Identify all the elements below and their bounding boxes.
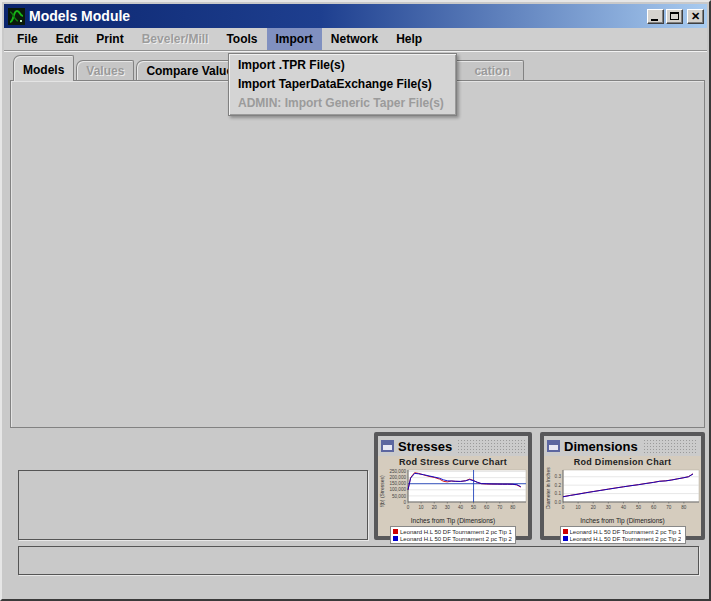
close-button[interactable]: ✕ [687, 9, 704, 24]
tab-content-panel [10, 80, 705, 428]
svg-text:50: 50 [636, 505, 642, 510]
svg-text:50: 50 [471, 505, 477, 510]
menu-beveler-mill[interactable]: Beveler/Mill [133, 28, 218, 50]
menu-print[interactable]: Print [87, 28, 132, 50]
stress-chart-title: Rod Stress Curve Chart [380, 457, 526, 467]
svg-text:40: 40 [621, 505, 627, 510]
maximize-icon [670, 12, 679, 20]
window-title: Models Module [29, 8, 645, 24]
menu-tools[interactable]: Tools [217, 28, 266, 50]
titlebar-texture [457, 439, 525, 453]
close-icon: ✕ [688, 10, 703, 23]
dimension-chart-title: Rod Dimension Chart [546, 457, 699, 467]
stress-x-axis-label: Inches from Tip (Dimensions) [380, 517, 526, 525]
svg-text:10: 10 [419, 505, 425, 510]
svg-text:20: 20 [591, 505, 597, 510]
svg-text:0.0: 0.0 [555, 500, 562, 505]
stresses-frame-title: Stresses [398, 439, 452, 454]
stress-y-axis-label: f(b) (Stresses) [379, 475, 385, 507]
dimensions-frame-titlebar[interactable]: Dimensions [544, 436, 701, 456]
status-panel-empty [18, 546, 699, 575]
dimension-x-axis-label: Inches from Tip (Dimensions) [546, 517, 699, 525]
svg-text:200,000: 200,000 [389, 475, 406, 480]
svg-text:0.2: 0.2 [555, 483, 562, 488]
dimension-chart-panel: Rod Dimension Chart Diameter in Inches 0… [544, 456, 701, 536]
svg-text:0: 0 [562, 505, 565, 510]
svg-text:0: 0 [403, 500, 406, 505]
stress-chart-legend: Leonard H.L 50 DF Tournament 2 pc Tip 1L… [390, 526, 516, 544]
svg-text:0.3: 0.3 [555, 474, 562, 479]
tab-models[interactable]: Models [13, 55, 74, 81]
menu-bar: FileEditPrintBeveler/MillToolsImportNetw… [4, 28, 707, 51]
legend-entry: Leonard H.L 50 DF Tournament 2 pc Tip 1 [393, 528, 513, 535]
import-dropdown-menu: Import .TPR File(s)Import TaperDataExcha… [228, 53, 457, 116]
svg-text:60: 60 [651, 505, 657, 510]
legend-label: Leonard H.L 50 DF Tournament 2 pc Tip 2 [570, 536, 682, 542]
svg-text:80: 80 [681, 505, 687, 510]
svg-text:250,000: 250,000 [389, 469, 406, 474]
menu-file[interactable]: File [8, 28, 47, 50]
minimize-icon [651, 19, 658, 21]
stress-chart: 050,000100,000150,000200,000250,00001020… [380, 467, 530, 513]
models-module-window: Models Module ✕ FileEditPrintBeveler/Mil… [0, 0, 711, 601]
tab-values[interactable]: Values [76, 60, 134, 81]
menu-item-admin-import-generic-taper-file-s[interactable]: ADMIN: Import Generic Taper File(s) [229, 94, 456, 113]
title-bar[interactable]: Models Module ✕ [4, 4, 707, 28]
dimension-y-axis-label: Diameter in Inches [545, 467, 551, 509]
legend-label: Leonard H.L 50 DF Tournament 2 pc Tip 1 [570, 529, 682, 535]
legend-label: Leonard H.L 50 DF Tournament 2 pc Tip 2 [400, 536, 512, 542]
menu-edit[interactable]: Edit [47, 28, 88, 50]
legend-entry: Leonard H.L 50 DF Tournament 2 pc Tip 1 [563, 528, 683, 535]
menu-import[interactable]: Import [267, 28, 322, 50]
svg-text:10: 10 [576, 505, 582, 510]
menu-network[interactable]: Network [322, 28, 387, 50]
dimensions-frame-title: Dimensions [564, 439, 638, 454]
legend-entry: Leonard H.L 50 DF Tournament 2 pc Tip 2 [563, 535, 683, 542]
legend-swatch-icon [563, 536, 568, 541]
stress-chart-panel: Rod Stress Curve Chart f(b) (Stresses) 0… [378, 456, 528, 536]
stresses-frame-titlebar[interactable]: Stresses [378, 436, 528, 456]
svg-text:40: 40 [458, 505, 464, 510]
titlebar-texture [643, 439, 698, 453]
app-icon [8, 8, 25, 25]
legend-entry: Leonard H.L 50 DF Tournament 2 pc Tip 2 [393, 535, 513, 542]
legend-swatch-icon [393, 529, 398, 534]
svg-text:30: 30 [445, 505, 451, 510]
legend-swatch-icon [393, 536, 398, 541]
svg-text:60: 60 [484, 505, 490, 510]
svg-text:30: 30 [606, 505, 612, 510]
svg-text:50,000: 50,000 [392, 494, 406, 499]
svg-text:70: 70 [497, 505, 503, 510]
svg-text:0.1: 0.1 [555, 491, 562, 496]
minimize-button[interactable] [647, 9, 664, 24]
stresses-frame: Stresses Rod Stress Curve Chart f(b) (St… [374, 432, 532, 540]
dimension-chart: 0.00.10.20.301020304050607080 [546, 467, 703, 513]
svg-text:20: 20 [432, 505, 438, 510]
menu-item-import-tpr-file-s[interactable]: Import .TPR File(s) [229, 56, 456, 75]
detail-panel-empty [18, 470, 368, 540]
svg-text:150,000: 150,000 [389, 481, 406, 486]
frame-window-icon [547, 440, 560, 452]
legend-label: Leonard H.L 50 DF Tournament 2 pc Tip 1 [400, 529, 512, 535]
svg-text:80: 80 [510, 505, 516, 510]
legend-swatch-icon [563, 529, 568, 534]
dimensions-frame: Dimensions Rod Dimension Chart Diameter … [540, 432, 705, 540]
frame-window-icon [381, 440, 394, 452]
menu-item-import-taperdataexchange-file-s[interactable]: Import TaperDataExchange File(s) [229, 75, 456, 94]
svg-text:0: 0 [407, 505, 410, 510]
svg-text:100,000: 100,000 [389, 487, 406, 492]
menu-help[interactable]: Help [387, 28, 431, 50]
maximize-button[interactable] [666, 9, 683, 24]
svg-text:70: 70 [666, 505, 672, 510]
dimension-chart-legend: Leonard H.L 50 DF Tournament 2 pc Tip 1L… [560, 526, 686, 544]
